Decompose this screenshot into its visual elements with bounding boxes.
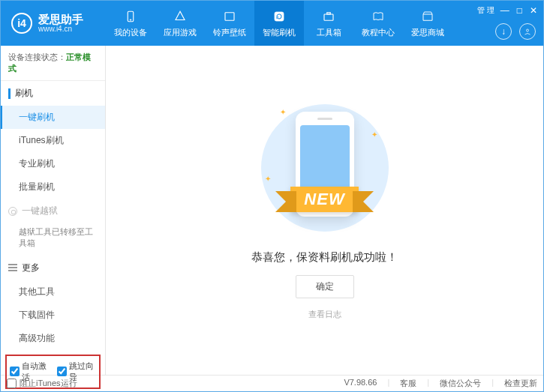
close-icon[interactable]: ✕ (530, 5, 537, 16)
lock-icon (8, 207, 17, 216)
app-title: 爱思助手 (38, 13, 83, 25)
refresh-icon (272, 9, 287, 24)
nav-label: 工具箱 (317, 27, 341, 38)
apps-icon (173, 9, 188, 24)
nav-my-device[interactable]: 我的设备 (106, 1, 155, 46)
sidebar-item-firmware[interactable]: 下载固件 (1, 304, 105, 327)
connection-status: 设备连接状态：正常模式 (1, 46, 105, 81)
minimize-icon[interactable]: — (500, 5, 509, 16)
main-content: ✦ ✦ ✦ NEW 恭喜您，保资料刷机成功啦！ 确定 查看日志 (106, 46, 543, 375)
sidebar-item-batch[interactable]: 批量刷机 (1, 175, 105, 199)
svg-point-6 (527, 29, 529, 31)
section-jailbreak: 一键越狱 (1, 199, 105, 223)
window-controls: 管 理 — □ ✕ (477, 5, 537, 16)
logo: i4 爱思助手 www.i4.cn (1, 13, 106, 34)
nav-label: 我的设备 (114, 27, 147, 38)
menu-label[interactable]: 管 理 (477, 5, 494, 16)
version-label: V7.98.66 (344, 378, 377, 389)
ok-button[interactable]: 确定 (296, 275, 354, 298)
download-icon[interactable]: ↓ (495, 23, 512, 40)
support-link[interactable]: 客服 (400, 378, 416, 389)
checkbox-block-itunes[interactable]: 阻止iTunes运行 (7, 378, 77, 389)
nav-flash[interactable]: 智能刷机 (254, 1, 304, 46)
sidebar-item-other[interactable]: 其他工具 (1, 280, 105, 304)
book-icon (371, 9, 386, 24)
sidebar-item-oneclick[interactable]: 一键刷机 (1, 106, 105, 129)
store-icon (420, 9, 435, 24)
success-message: 恭喜您，保资料刷机成功啦！ (251, 250, 398, 265)
nav-store[interactable]: 爱思商城 (403, 1, 452, 46)
svg-rect-2 (225, 12, 234, 20)
nav-label: 铃声壁纸 (213, 27, 246, 38)
view-log-link[interactable]: 查看日志 (308, 309, 341, 320)
sidebar-item-advanced[interactable]: 高级功能 (1, 327, 105, 350)
sidebar-item-pro[interactable]: 专业刷机 (1, 152, 105, 175)
svg-rect-3 (275, 12, 284, 21)
svg-rect-4 (324, 14, 333, 20)
nav-label: 应用游戏 (164, 27, 197, 38)
header: i4 爱思助手 www.i4.cn 我的设备 应用游戏 铃声壁纸 智能刷机 工具… (1, 1, 543, 46)
maximize-icon[interactable]: □ (517, 5, 522, 16)
nav-label: 爱思商城 (411, 27, 444, 38)
update-link[interactable]: 检查更新 (504, 378, 537, 389)
svg-rect-5 (327, 12, 331, 13)
ribbon-new: NEW (290, 187, 358, 212)
nav-tutorial[interactable]: 教程中心 (353, 1, 403, 46)
toolbox-icon (321, 9, 336, 24)
logo-icon: i4 (11, 13, 32, 34)
success-illustration: ✦ ✦ ✦ NEW (257, 100, 392, 235)
nav-toolbox[interactable]: 工具箱 (304, 1, 353, 46)
phone-icon (123, 9, 138, 24)
section-more[interactable]: 更多 (1, 256, 105, 280)
nav-ringtones[interactable]: 铃声壁纸 (205, 1, 254, 46)
user-icon[interactable] (519, 23, 536, 40)
sidebar: 设备连接状态：正常模式 刷机 一键刷机 iTunes刷机 专业刷机 批量刷机 一… (1, 46, 106, 375)
jailbreak-note: 越狱工具已转移至工具箱 (1, 223, 105, 256)
wallpaper-icon (222, 9, 237, 24)
sidebar-item-itunes[interactable]: iTunes刷机 (1, 129, 105, 152)
section-flash[interactable]: 刷机 (1, 81, 105, 106)
svg-point-1 (130, 19, 131, 20)
nav-apps[interactable]: 应用游戏 (155, 1, 205, 46)
nav-label: 教程中心 (362, 27, 395, 38)
wechat-link[interactable]: 微信公众号 (440, 378, 481, 389)
app-subtitle: www.i4.cn (38, 25, 83, 33)
hamburger-icon (8, 264, 17, 271)
nav-label: 智能刷机 (263, 27, 296, 38)
status-label: 设备连接状态： (8, 52, 66, 61)
